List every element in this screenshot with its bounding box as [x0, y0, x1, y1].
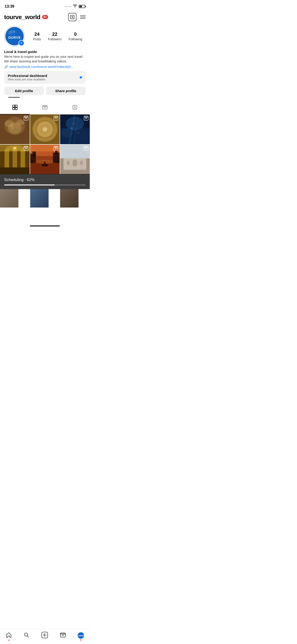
svg-rect-20 [73, 105, 77, 110]
tab-tagged[interactable] [60, 102, 90, 114]
svg-rect-110 [80, 160, 83, 165]
svg-rect-88 [32, 152, 36, 156]
bio-text: We're here to inspire and guide you on y… [4, 54, 86, 64]
svg-marker-59 [86, 117, 87, 119]
svg-point-56 [74, 123, 74, 124]
svg-point-28 [15, 123, 19, 129]
dashboard-title: Professional dashboard [8, 74, 47, 78]
followers-label: Followers [48, 37, 62, 41]
header: tourve_world 9+ [0, 12, 90, 24]
bio-name: Local & travel guide [4, 50, 86, 54]
professional-dashboard-button[interactable]: Professional dashboard New tools are now… [4, 71, 86, 84]
add-post-button[interactable] [68, 13, 76, 21]
reel-badge-1 [24, 116, 28, 122]
dashboard-subtitle: New tools are now available. [8, 78, 47, 81]
svg-point-27 [11, 124, 14, 130]
svg-point-39 [42, 127, 47, 132]
svg-rect-109 [67, 160, 70, 165]
reel-badge-2 [54, 116, 58, 122]
grid-item-5[interactable] [30, 145, 60, 174]
svg-marker-75 [26, 148, 27, 149]
username-text: tourve_world [4, 14, 40, 21]
grid-item-2[interactable] [30, 114, 60, 144]
grid-item-4[interactable] [0, 145, 30, 174]
partial-item-1[interactable] [0, 189, 18, 208]
svg-rect-10 [15, 105, 17, 107]
svg-rect-92 [44, 162, 46, 165]
following-stat[interactable]: 0 Following [68, 32, 82, 41]
header-left: tourve_world 9+ [4, 14, 48, 21]
tab-grid[interactable] [0, 102, 30, 114]
svg-text:✈: ✈ [13, 31, 16, 33]
profile-section: ✈ T OURVE + 24 Posts 22 Follower [0, 24, 90, 101]
scheduling-overlay: Scheduling · 62% [0, 174, 90, 189]
avatar-add-button[interactable]: + [18, 40, 24, 46]
scroll-bar [8, 97, 20, 98]
posts-stat[interactable]: 24 Posts [33, 32, 41, 41]
tab-reels[interactable] [30, 102, 60, 114]
photo-grid [0, 114, 90, 174]
home-indicator-area [0, 208, 90, 228]
link-url: www.facebook.com/tourve.world?mibextid=.… [10, 65, 74, 69]
avatar-container[interactable]: ✈ T OURVE + [4, 26, 25, 46]
dashboard-text: Professional dashboard New tools are now… [8, 74, 47, 81]
scroll-indicator [4, 97, 86, 98]
svg-marker-30 [26, 117, 27, 119]
menu-button[interactable] [80, 16, 86, 19]
grid-item-6[interactable] [60, 145, 90, 174]
svg-point-14 [44, 107, 46, 108]
bio-link[interactable]: 🔗 www.facebook.com/tourve.world?mibextid… [4, 65, 86, 69]
signal-icon [65, 6, 71, 7]
following-count: 0 [74, 32, 77, 37]
battery-icon [79, 5, 85, 8]
partial-grid [0, 189, 90, 208]
following-label: Following [68, 37, 82, 41]
notification-badge[interactable]: 9+ [42, 15, 48, 19]
followers-count: 22 [52, 32, 57, 37]
svg-marker-41 [56, 117, 57, 119]
bio-section: Local & travel guide We're here to inspi… [4, 50, 86, 69]
reels-tab-icon [42, 104, 48, 112]
svg-marker-113 [86, 148, 87, 149]
svg-point-57 [80, 127, 81, 127]
wifi-icon [73, 4, 77, 8]
reel-badge-4 [24, 146, 28, 152]
svg-rect-67 [4, 149, 9, 168]
svg-point-54 [71, 128, 72, 129]
action-buttons: Edit profile Share profile [4, 86, 86, 95]
svg-point-55 [78, 132, 79, 133]
svg-rect-12 [15, 108, 17, 110]
followers-stat[interactable]: 22 Followers [48, 32, 62, 41]
progress-bar-fill [4, 184, 54, 186]
status-icons [65, 4, 85, 8]
status-bar: 13:39 [0, 0, 90, 12]
svg-rect-69 [20, 149, 25, 168]
svg-rect-66 [0, 168, 30, 174]
svg-rect-9 [13, 105, 15, 107]
svg-marker-94 [56, 148, 57, 149]
progress-bar-container [4, 184, 86, 186]
svg-point-51 [76, 130, 90, 141]
tab-bar [0, 102, 90, 114]
stats-row: 24 Posts 22 Followers 0 Following [30, 32, 86, 41]
edit-profile-button[interactable]: Edit profile [4, 86, 44, 95]
home-bar [30, 226, 60, 226]
svg-point-21 [74, 106, 76, 108]
partial-item-3[interactable] [60, 189, 78, 208]
profile-top: ✈ T OURVE + 24 Posts 22 Follower [4, 26, 86, 46]
status-time: 13:39 [4, 4, 14, 9]
partial-item-2[interactable] [30, 189, 48, 208]
posts-label: Posts [33, 37, 41, 41]
grid-item-3[interactable] [60, 114, 90, 144]
link-icon: 🔗 [4, 65, 8, 69]
reel-badge-5 [54, 146, 58, 152]
dashboard-indicator [80, 76, 82, 78]
svg-rect-108 [73, 160, 77, 166]
posts-count: 24 [34, 32, 39, 37]
header-icons [68, 13, 86, 21]
scheduling-text: Scheduling · 62% [4, 178, 86, 182]
svg-point-0 [75, 7, 76, 8]
grid-item-1[interactable] [0, 114, 30, 144]
svg-rect-11 [13, 108, 15, 110]
share-profile-button[interactable]: Share profile [46, 86, 86, 95]
